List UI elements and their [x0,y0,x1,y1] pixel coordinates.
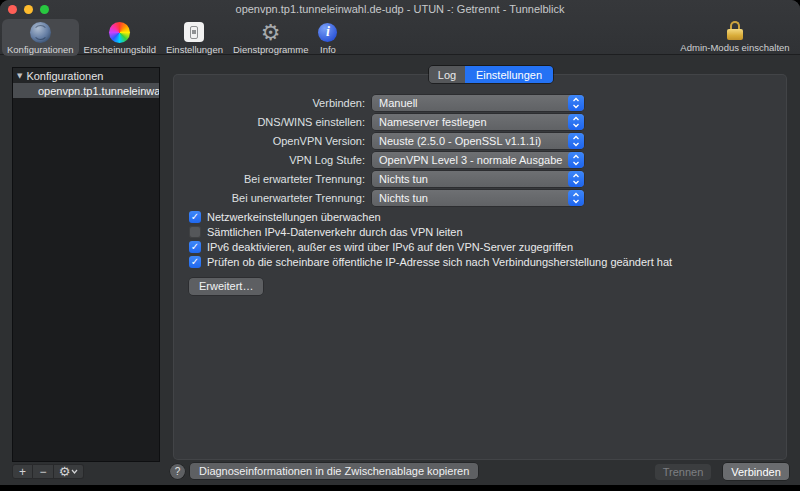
info-icon: i [318,23,337,42]
globe-icon [30,22,51,43]
toolbar-item-info[interactable]: i Info [313,19,342,56]
toolbar-item-label: Erscheinungsbild [84,44,156,55]
form-row: VPN Log Stufe: OpenVPN Level 3 - normale… [173,152,787,168]
lock-icon [727,21,743,40]
checkbox-row: ✓ Prüfen ob die scheinbare öffentliche I… [189,256,787,268]
popup-chevrons-icon [568,190,584,206]
disconnect-button[interactable]: Trennen [655,464,711,480]
field-label: Verbinden: [173,97,365,109]
toolbar-item-label: Konfigurationen [7,44,74,55]
advanced-button[interactable]: Erweitert… [189,278,263,295]
window-title: openvpn.tp1.tunneleinwahl.de-udp - UTUN … [0,3,800,15]
field-label: VPN Log Stufe: [173,154,365,166]
toolbar-item-dienstprogramme[interactable]: ⚙ Dienstprogramme [228,19,314,56]
popup-chevrons-icon [568,114,584,130]
checkbox-label: Sämtlichen IPv4-Datenverkehr durch das V… [207,226,463,238]
openvpn-version-popup[interactable]: Neuste (2.5.0 - OpenSSL v1.1.1i) [372,133,584,149]
toolbar-item-label: Einstellungen [166,44,223,55]
form-row: Verbinden: Manuell [173,95,787,111]
color-wheel-icon [109,22,130,43]
preferences-panel-icon [184,22,204,42]
checkmark-icon: ✓ [191,212,199,222]
configuration-gear-menu-button[interactable]: ⚙ [54,464,84,479]
form-row: Bei unerwarteter Trennung: Nichts tun [173,190,787,206]
minus-icon: − [39,465,46,479]
form-row: DNS/WINS einstellen: Nameserver festlege… [173,114,787,130]
checkbox-label: Prüfen ob die scheinbare öffentliche IP-… [207,256,672,268]
field-label: OpenVPN Version: [173,135,365,147]
disclosure-triangle-icon: ▼ [17,72,22,80]
configurations-list: ▼ Konfigurationen openvpn.tp1.tunneleinw… [12,67,160,462]
toolbar-item-einstellungen[interactable]: Einstellungen [161,19,228,56]
expected-disconnect-popup[interactable]: Nichts tun [372,171,584,187]
form-row: Bei erwarteter Trennung: Nichts tun [173,171,787,187]
form-row: OpenVPN Version: Neuste (2.5.0 - OpenSSL… [173,133,787,149]
checkbox-row: Sämtlichen IPv4-Datenverkehr durch das V… [189,226,787,238]
checkbox-label: IPv6 deaktivieren, außer es wird über IP… [207,241,573,253]
vpn-log-level-popup[interactable]: OpenVPN Level 3 - normale Ausgabe [372,152,584,168]
checkbox-row: ✓ Netzwerkeinstellungen überwachen [189,211,787,223]
settings-form: Verbinden: Manuell DNS/WINS einstellen: … [173,95,787,295]
popup-value: Manuell [372,97,568,109]
tab-einstellungen[interactable]: Einstellungen [465,66,553,83]
checkbox-row: ✓ IPv6 deaktivieren, außer es wird über … [189,241,787,253]
window-chrome: openvpn.tp1.tunneleinwahl.de-udp - UTUN … [0,0,800,55]
field-label: Bei erwarteter Trennung: [173,173,365,185]
disable-ipv6-checkbox[interactable]: ✓ [189,241,201,253]
admin-mode-label: Admin-Modus einschalten [680,42,789,53]
toolbar-item-label: Info [320,44,336,55]
admin-mode-toggle[interactable]: Admin-Modus einschalten [676,21,794,53]
configurations-group-header[interactable]: ▼ Konfigurationen [13,68,159,83]
tab-log[interactable]: Log [429,66,465,83]
dns-wins-popup[interactable]: Nameserver festlegen [372,114,584,130]
log-settings-tabs: Log Einstellungen [428,65,554,84]
tunnelblick-window: openvpn.tp1.tunneleinwahl.de-udp - UTUN … [0,0,800,485]
route-all-ipv4-checkbox[interactable] [189,226,201,238]
popup-value: Nameserver festlegen [372,116,568,128]
popup-value: OpenVPN Level 3 - normale Ausgabe [372,154,568,166]
remove-configuration-button[interactable]: − [33,464,54,479]
check-public-ip-checkbox[interactable]: ✓ [189,256,201,268]
popup-value: Nichts tun [372,173,568,185]
configuration-list-item[interactable]: openvpn.tp1.tunneleinwahl.... [13,83,159,98]
chevron-down-icon [71,469,78,474]
configuration-name: openvpn.tp1.tunneleinwahl.... [38,85,159,97]
popup-value: Neuste (2.5.0 - OpenSSL v1.1.1i) [372,135,568,147]
checkmark-icon: ✓ [191,257,199,267]
help-button[interactable]: ? [170,464,185,479]
configurations-group-label: Konfigurationen [26,70,103,82]
toolbar-item-label: Dienstprogramme [233,44,309,55]
popup-chevrons-icon [568,133,584,149]
gear-icon: ⚙ [261,22,281,43]
verbinden-popup[interactable]: Manuell [372,95,584,111]
connect-button[interactable]: Verbinden [723,463,789,480]
add-configuration-button[interactable]: + [12,464,33,479]
checkbox-label: Netzwerkeinstellungen überwachen [207,211,381,223]
field-label: DNS/WINS einstellen: [173,116,365,128]
checkmark-icon: ✓ [191,242,199,252]
popup-chevrons-icon [568,152,584,168]
field-label: Bei unerwarteter Trennung: [173,192,365,204]
toolbar: Konfigurationen Erscheinungsbild Einstel… [0,19,800,55]
popup-chevrons-icon [568,95,584,111]
unexpected-disconnect-popup[interactable]: Nichts tun [372,190,584,206]
popup-chevrons-icon [568,171,584,187]
toolbar-item-erscheinungsbild[interactable]: Erscheinungsbild [79,19,161,56]
sidebar-action-buttons: + − ⚙ [12,464,84,479]
gear-icon: ⚙ [59,465,71,478]
checkbox-group: ✓ Netzwerkeinstellungen überwachen Sämtl… [189,211,787,268]
title-bar: openvpn.tp1.tunneleinwahl.de-udp - UTUN … [0,0,800,19]
popup-value: Nichts tun [372,192,568,204]
plus-icon: + [19,465,26,479]
monitor-network-checkbox[interactable]: ✓ [189,211,201,223]
toolbar-item-konfigurationen[interactable]: Konfigurationen [2,19,79,56]
copy-diagnostics-button[interactable]: Diagnoseinformationen in die Zwischenabl… [190,463,478,479]
